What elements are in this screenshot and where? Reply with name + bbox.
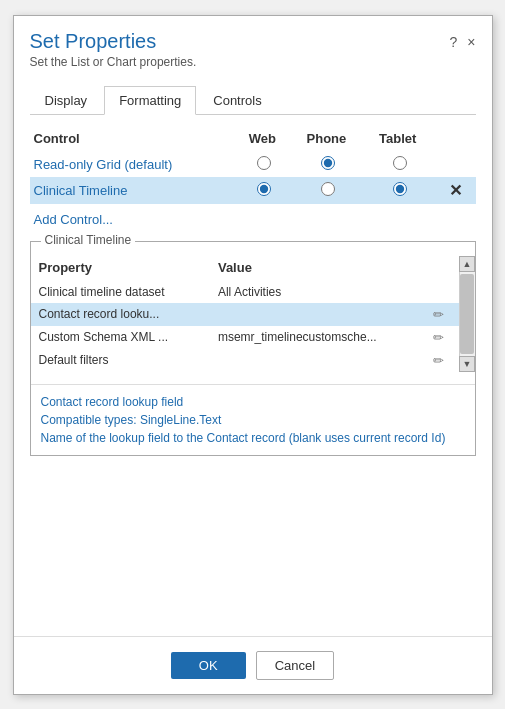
- radio-readonly-web[interactable]: [257, 156, 271, 170]
- timeline-inner: Property Value Clinical timeline dataset…: [31, 248, 475, 380]
- prop-name-dataset: Clinical timeline dataset: [31, 281, 210, 303]
- dialog-footer: OK Cancel: [14, 636, 492, 694]
- control-name-readonly-grid[interactable]: Read-only Grid (default): [34, 157, 173, 172]
- close-icon[interactable]: ×: [467, 34, 475, 50]
- prop-name-custom-schema: Custom Schema XML ...: [31, 326, 210, 349]
- tab-formatting[interactable]: Formatting: [104, 86, 196, 115]
- dialog-body: Control Web Phone Tablet Read-only Grid …: [14, 115, 492, 636]
- prop-header-property: Property: [31, 256, 210, 281]
- table-row: Read-only Grid (default): [30, 152, 476, 177]
- controls-table: Control Web Phone Tablet Read-only Grid …: [30, 127, 476, 204]
- scrollbar-down-button[interactable]: ▼: [459, 356, 475, 372]
- timeline-section: Clinical Timeline Property Value: [30, 241, 476, 456]
- edit-default-filters-icon[interactable]: ✏: [433, 353, 444, 368]
- prop-name-contact-lookup: Contact record looku...: [31, 303, 210, 326]
- description-line3: Name of the lookup field to the Contact …: [41, 429, 465, 447]
- prop-value-contact-lookup: [210, 303, 425, 326]
- tabs-bar: Display Formatting Controls: [30, 85, 476, 115]
- ok-button[interactable]: OK: [171, 652, 246, 679]
- radio-readonly-phone[interactable]: [321, 156, 335, 170]
- set-properties-dialog: Set Properties Set the List or Chart pro…: [13, 15, 493, 695]
- help-icon[interactable]: ?: [450, 34, 458, 50]
- dialog-header: Set Properties Set the List or Chart pro…: [14, 16, 492, 75]
- tab-controls[interactable]: Controls: [198, 86, 276, 115]
- table-row: Custom Schema XML ... msemr_timelinecust…: [31, 326, 459, 349]
- properties-table: Property Value Clinical timeline dataset…: [31, 256, 459, 372]
- radio-readonly-tablet[interactable]: [393, 156, 407, 170]
- prop-header-value: Value: [210, 256, 425, 281]
- prop-value-default-filters: [210, 349, 425, 372]
- prop-value-custom-schema: msemr_timelinecustomsche...: [210, 326, 425, 349]
- cancel-button[interactable]: Cancel: [256, 651, 334, 680]
- tab-display[interactable]: Display: [30, 86, 103, 115]
- dialog-header-icons: ? ×: [450, 34, 476, 50]
- scrollbar: ▲ ▼: [459, 256, 475, 372]
- dialog-title: Set Properties: [30, 30, 197, 53]
- description-line2: Compatible types: SingleLine.Text: [41, 411, 465, 429]
- col-web: Web: [237, 127, 292, 152]
- timeline-table-wrap: Property Value Clinical timeline dataset…: [31, 256, 459, 372]
- radio-clinical-tablet[interactable]: [393, 182, 407, 196]
- delete-clinical-timeline-button[interactable]: ✕: [445, 182, 466, 199]
- control-name-clinical-timeline[interactable]: Clinical Timeline: [34, 183, 128, 198]
- prop-value-dataset: All Activities: [210, 281, 425, 303]
- col-tablet: Tablet: [365, 127, 435, 152]
- dialog-subtitle: Set the List or Chart properties.: [30, 55, 197, 69]
- edit-contact-lookup-icon[interactable]: ✏: [433, 307, 444, 322]
- description-line1: Contact record lookup field: [41, 393, 465, 411]
- table-row: Default filters ✏: [31, 349, 459, 372]
- description-box: Contact record lookup field Compatible t…: [31, 384, 475, 455]
- radio-clinical-phone[interactable]: [321, 182, 335, 196]
- col-phone: Phone: [292, 127, 365, 152]
- edit-custom-schema-icon[interactable]: ✏: [433, 330, 444, 345]
- table-row: Clinical Timeline ✕: [30, 177, 476, 204]
- col-control: Control: [30, 127, 237, 152]
- scrollbar-up-button[interactable]: ▲: [459, 256, 475, 272]
- timeline-section-legend: Clinical Timeline: [41, 233, 136, 247]
- prop-name-default-filters: Default filters: [31, 349, 210, 372]
- scrollbar-thumb[interactable]: [460, 274, 474, 354]
- dialog-title-area: Set Properties Set the List or Chart pro…: [30, 30, 197, 69]
- table-row: Clinical timeline dataset All Activities: [31, 281, 459, 303]
- radio-clinical-web[interactable]: [257, 182, 271, 196]
- add-control-link[interactable]: Add Control...: [34, 212, 114, 227]
- table-row[interactable]: Contact record looku... ✏: [31, 303, 459, 326]
